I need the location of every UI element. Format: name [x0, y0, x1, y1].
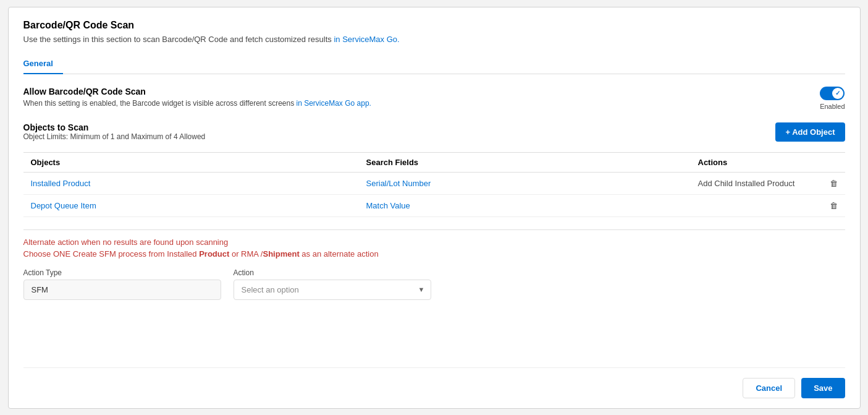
action-type-group: Action Type — [23, 268, 221, 300]
depot-queue-link[interactable]: Depot Queue Item — [31, 201, 96, 210]
add-object-button[interactable]: + Add Object — [775, 122, 845, 142]
col-objects: Objects — [23, 152, 359, 172]
objects-header: Objects to Scan Object Limits: Minimum o… — [23, 122, 845, 148]
tab-general[interactable]: General — [23, 54, 63, 74]
action-label: Action — [234, 268, 431, 277]
table-row: Installed Product Serial/Lot Number Add … — [23, 172, 845, 194]
subtitle-prefix: Use the settings in this section to scan… — [23, 35, 334, 44]
allow-section: Allow Barcode/QR Code Scan When this set… — [23, 87, 845, 110]
row2-search: Match Value — [359, 194, 691, 216]
row2-delete[interactable]: 🗑 — [814, 194, 845, 216]
allow-toggle[interactable] — [820, 87, 845, 100]
allow-text: Allow Barcode/QR Code Scan When this set… — [23, 87, 371, 108]
toggle-knob — [832, 88, 843, 99]
match-value-link[interactable]: Match Value — [366, 201, 410, 210]
allow-desc: When this setting is enabled, the Barcod… — [23, 99, 371, 108]
col-delete — [814, 152, 845, 172]
allow-title: Allow Barcode/QR Code Scan — [23, 87, 371, 96]
objects-table: Objects Search Fields Actions Installed … — [23, 152, 845, 217]
allow-desc-link: in ServiceMax Go app. — [297, 99, 371, 108]
table-row: Depot Queue Item Match Value 🗑 — [23, 194, 845, 216]
alt-desc-highlight1: Product — [199, 249, 229, 259]
modal-subtitle: Use the settings in this section to scan… — [23, 35, 845, 44]
allow-desc-prefix: When this setting is enabled, the Barcod… — [23, 99, 297, 108]
action-type-input[interactable] — [23, 280, 221, 300]
row1-delete[interactable]: 🗑 — [814, 172, 845, 194]
objects-title: Objects to Scan — [23, 122, 206, 132]
tabs-container: General — [23, 54, 845, 74]
alt-desc-highlight2: Shipment — [263, 249, 299, 259]
row1-object: Installed Product — [23, 172, 359, 194]
toggle-container: Enabled — [820, 87, 845, 110]
action-select-wrapper: Select an option ▼ — [234, 280, 431, 300]
row2-action — [691, 194, 814, 216]
section-divider — [23, 229, 845, 230]
subtitle-link: in ServiceMax Go. — [334, 35, 399, 44]
action-type-label: Action Type — [23, 268, 221, 277]
alt-desc-prefix: Choose ONE Create SFM process from Insta… — [23, 249, 200, 259]
modal-footer: Cancel Save — [23, 367, 845, 398]
col-actions: Actions — [691, 152, 814, 172]
save-button[interactable]: Save — [801, 378, 845, 398]
table-header-row: Objects Search Fields Actions — [23, 152, 845, 172]
alternate-section: Alternate action when no results are fou… — [23, 237, 845, 312]
alternate-title: Alternate action when no results are fou… — [23, 237, 845, 247]
toggle-label: Enabled — [820, 103, 845, 110]
alternate-desc: Choose ONE Create SFM process from Insta… — [23, 249, 845, 259]
cancel-button[interactable]: Cancel — [743, 378, 795, 398]
action-group: Action Select an option ▼ — [234, 268, 431, 300]
modal-header: Barcode/QR Code Scan Use the settings in… — [23, 20, 845, 54]
alt-desc-suffix: as an alternate action — [300, 249, 379, 259]
objects-header-left: Objects to Scan Object Limits: Minimum o… — [23, 122, 206, 148]
objects-section: Objects to Scan Object Limits: Minimum o… — [23, 122, 845, 217]
row1-action: Add Child Installed Product — [691, 172, 814, 194]
barcode-qr-modal: Barcode/QR Code Scan Use the settings in… — [8, 7, 861, 409]
alt-desc-middle: or RMA / — [229, 249, 263, 259]
installed-product-link[interactable]: Installed Product — [31, 179, 91, 188]
form-row: Action Type Action Select an option ▼ — [23, 268, 845, 300]
objects-subtitle: Object Limits: Minimum of 1 and Maximum … — [23, 132, 206, 141]
row2-object: Depot Queue Item — [23, 194, 359, 216]
modal-title: Barcode/QR Code Scan — [23, 20, 845, 31]
action-select[interactable]: Select an option — [234, 280, 431, 300]
row1-search: Serial/Lot Number — [359, 172, 691, 194]
serial-lot-link[interactable]: Serial/Lot Number — [366, 179, 431, 188]
col-search-fields: Search Fields — [359, 152, 691, 172]
